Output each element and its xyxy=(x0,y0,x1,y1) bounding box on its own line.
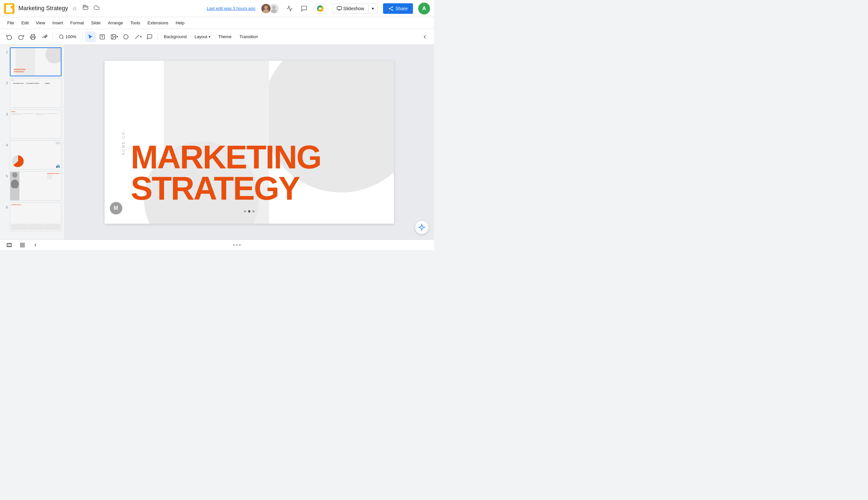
menu-bar: File Edit View Insert Format Slide Arran… xyxy=(0,17,434,29)
menu-arrange[interactable]: Arrange xyxy=(105,19,126,27)
menu-extensions[interactable]: Extensions xyxy=(144,19,172,27)
user-avatar-btn[interactable]: A xyxy=(418,3,430,14)
main-title[interactable]: MARKETING STRATEGY xyxy=(131,141,321,204)
grid-view-btn[interactable] xyxy=(17,241,27,249)
analytics-btn[interactable] xyxy=(285,3,295,14)
slide-thumb-3[interactable]: INTRO — Lorem ipsum dolor sit amet conse… xyxy=(10,110,61,138)
menu-tools[interactable]: Tools xyxy=(127,19,143,27)
bottom-bar xyxy=(0,239,434,250)
thumb6-table xyxy=(11,224,60,230)
slide-item-1[interactable]: 1 MARKETINGSTRATEGY xyxy=(3,47,61,76)
dot-3 xyxy=(252,210,254,213)
menu-format[interactable]: Format xyxy=(67,19,87,27)
avatar-group xyxy=(261,3,279,14)
slide-item-5[interactable]: 5 EUGENIE MILLWOOD — Lorem ipsumdolor si… xyxy=(3,171,61,200)
menu-insert[interactable]: Insert xyxy=(49,19,67,27)
zoom-btn[interactable]: 100% xyxy=(56,33,80,41)
slide-item-4[interactable]: 4 Label textLabel text xyxy=(3,140,61,169)
slide-item-6[interactable]: 6 ACTION PLAN — xyxy=(3,203,61,231)
thumb2-cols: OUR CURRENT STATE GO-TO MARKET STRATEGY … xyxy=(12,83,60,84)
svg-line-13 xyxy=(390,9,392,10)
undo-btn[interactable] xyxy=(4,32,14,42)
transition-label: Transition xyxy=(239,34,258,39)
slide-item-2[interactable]: 2 OUR CURRENT STATE GO-TO MARKET STRATEG… xyxy=(3,78,61,107)
slide-number-4: 4 xyxy=(3,143,8,147)
svg-point-21 xyxy=(124,35,129,39)
slide-thumb-2[interactable]: OUR CURRENT STATE GO-TO MARKET STRATEGY … xyxy=(10,78,61,107)
slideshow-wrapper: Slideshow ▾ xyxy=(332,3,378,14)
line-icon xyxy=(134,34,140,40)
print-btn[interactable] xyxy=(27,32,38,42)
chevron-down-icon-3: ▾ xyxy=(140,35,142,38)
svg-point-8 xyxy=(271,9,277,13)
layout-btn[interactable]: Layout ▾ xyxy=(192,33,214,41)
svg-point-7 xyxy=(272,5,276,9)
redo-btn[interactable] xyxy=(16,32,26,42)
thumb4-bars xyxy=(56,164,60,168)
svg-line-22 xyxy=(135,35,139,39)
avatar-1 xyxy=(261,3,271,14)
slide-canvas[interactable]: ACME CO. MARKETING STRATEGY M xyxy=(105,61,394,224)
slide-item-3[interactable]: 3 INTRO — Lorem ipsum dolor sit amet con… xyxy=(3,110,61,138)
menu-slide[interactable]: Slide xyxy=(88,19,104,27)
slide-number-2: 2 xyxy=(3,81,8,85)
star-icon[interactable]: ☆ xyxy=(71,4,79,13)
svg-rect-28 xyxy=(7,246,11,247)
svg-rect-9 xyxy=(337,7,341,10)
menu-help[interactable]: Help xyxy=(172,19,188,27)
slide-thumb-5[interactable]: EUGENIE MILLWOOD — Lorem ipsumdolor sit … xyxy=(10,171,61,200)
svg-point-25 xyxy=(11,180,19,188)
thumb1-circle xyxy=(45,48,61,64)
background-btn[interactable]: Background xyxy=(160,33,190,41)
title-line2: STRATEGY xyxy=(131,173,321,204)
slide-dots xyxy=(244,210,254,213)
image-tool-btn[interactable]: ▾ xyxy=(109,32,119,42)
menu-view[interactable]: View xyxy=(33,19,48,27)
slide-thumb-4[interactable]: Label textLabel text xyxy=(10,140,61,169)
folder-icon[interactable] xyxy=(81,3,90,13)
cloud-icon[interactable] xyxy=(92,3,101,13)
shape-tool-btn[interactable] xyxy=(121,32,131,42)
text-tool-btn[interactable] xyxy=(97,32,107,42)
nav-dot-3 xyxy=(239,244,241,246)
svg-point-16 xyxy=(59,35,63,38)
comments-btn[interactable] xyxy=(299,3,309,14)
filmstrip-view-btn[interactable] xyxy=(4,241,14,249)
canvas-wrapper: ACME CO. MARKETING STRATEGY M xyxy=(64,45,434,239)
transition-btn[interactable]: Transition xyxy=(236,33,262,41)
svg-point-12 xyxy=(392,9,393,11)
slideshow-dropdown-btn[interactable]: ▾ xyxy=(369,3,378,14)
main-area: 1 MARKETINGSTRATEGY 2 xyxy=(0,45,434,239)
zoom-level: 100% xyxy=(66,34,76,39)
meet-btn[interactable] xyxy=(313,4,327,13)
theme-btn[interactable]: Theme xyxy=(215,33,235,41)
menu-edit[interactable]: Edit xyxy=(18,19,32,27)
share-icon xyxy=(388,6,394,11)
nav-dot-2 xyxy=(236,244,238,246)
svg-line-14 xyxy=(390,7,392,8)
collapse-sidebar-btn[interactable] xyxy=(30,241,41,249)
svg-point-20 xyxy=(112,35,113,36)
slide-number-1: 1 xyxy=(3,50,8,54)
toolbar-divider-1 xyxy=(53,33,53,41)
menu-file[interactable]: File xyxy=(4,19,18,27)
svg-point-10 xyxy=(392,6,393,8)
insert-comment-btn[interactable] xyxy=(144,32,155,42)
share-button[interactable]: Share xyxy=(383,3,413,14)
svg-rect-2 xyxy=(83,6,88,10)
collapse-panel-btn[interactable] xyxy=(419,32,430,42)
line-tool-btn[interactable]: ▾ xyxy=(132,32,143,42)
select-tool-btn[interactable] xyxy=(85,32,96,42)
slideshow-label: Slideshow xyxy=(343,6,364,11)
svg-rect-27 xyxy=(7,243,11,244)
slide-thumb-1[interactable]: MARKETINGSTRATEGY xyxy=(10,47,61,76)
slide-thumb-6[interactable]: ACTION PLAN — xyxy=(10,203,61,231)
last-edit-link[interactable]: Last edit was 3 hours ago xyxy=(207,6,255,11)
thumb5-person xyxy=(10,172,20,200)
svg-rect-30 xyxy=(23,243,24,245)
ai-assistant-btn[interactable] xyxy=(415,220,429,234)
slide-number-5: 5 xyxy=(3,174,8,178)
paint-format-btn[interactable] xyxy=(39,32,50,42)
slideshow-button[interactable]: Slideshow xyxy=(332,4,369,13)
title-line1: MARKETING xyxy=(131,141,321,173)
